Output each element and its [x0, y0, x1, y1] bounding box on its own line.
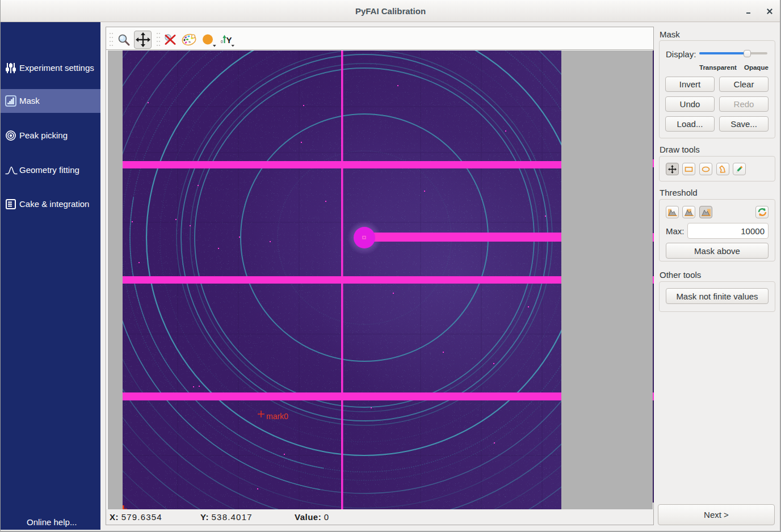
svg-text:mark0: mark0: [266, 412, 288, 421]
svg-text:Y: Y: [226, 35, 232, 45]
svg-text:0: 0: [221, 40, 223, 44]
